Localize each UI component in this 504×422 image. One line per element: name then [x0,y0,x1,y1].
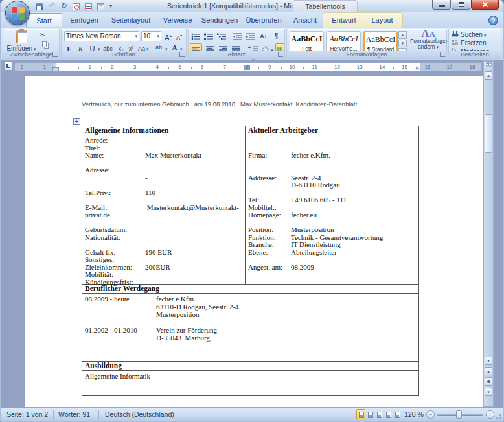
cut-button[interactable]: ✂ [40,31,55,40]
horizontal-ruler[interactable]: 21123456789101112131415161718 [14,62,482,71]
qat-customize-dropdown-icon[interactable]: ▾ [108,3,114,9]
tab-ueberpruefen[interactable]: Überprüfen [242,14,285,28]
sort-button[interactable]: A↓ [257,31,269,41]
tab-sendungen[interactable]: Sendungen [200,14,240,28]
redo-button[interactable] [58,1,69,12]
help-button[interactable]: ? [488,16,498,25]
career-cell[interactable]: 08.2009 - heutefecher e.Kfm..63110-D Rod… [82,294,418,362]
employer-cell[interactable]: Firma:fecher e.Kfm..Addresse:Seestr. 2-4… [246,135,418,284]
fullscreen-reading-view-button[interactable] [365,409,374,419]
vertical-scrollbar[interactable]: ▲ ▼ ▲ ▼ [483,60,494,407]
print-layout-icon [359,412,364,418]
career-header: Beruflicher Werdegang [82,285,159,293]
replace-button[interactable]: Ersetzen [452,40,486,47]
minimize-button[interactable] [432,0,451,10]
resize-grip[interactable] [492,410,501,419]
maximize-icon [459,2,464,7]
tab-entwurf[interactable]: Entwurf [325,14,363,28]
dialog-launcher-icon[interactable] [278,52,283,57]
status-bar: Seite: 1 von 2 Wörter: 91 Deutsch (Deuts… [1,407,503,421]
tab-stop-selector[interactable] [4,62,13,71]
tab-ansicht[interactable]: Ansicht [288,14,323,28]
candidate-table[interactable]: Allgemeine Informationen Aktueller Arbei… [82,126,419,396]
doc-line: - [85,174,242,182]
font-name-select[interactable]: ▾Times New Roman [64,31,139,41]
field-value: 200EUR [145,263,170,271]
ruler-tick [258,67,259,69]
page-indicator[interactable]: Seite: 1 von 2 [6,410,48,418]
show-paragraph-marks-button[interactable]: ¶ [270,31,282,41]
find-button[interactable]: Suchen▾ [452,31,486,39]
print-preview-button[interactable] [71,1,82,12]
save-button[interactable] [34,1,45,12]
tab-layout[interactable]: Layout [365,14,399,28]
dialog-launcher-icon[interactable] [179,52,185,57]
previous-page-button[interactable]: ▲ [485,367,492,375]
dialog-launcher-icon[interactable] [440,52,445,57]
document-area[interactable]: Vertraulich, nur zum internen Gebrauch a… [1,73,503,407]
ruler-tick [168,67,169,69]
general-info-cell[interactable]: Anrede:Titel:Name:Max MusterkontaktAdres… [82,135,246,284]
copy-icon [42,41,47,47]
bullet-list-button[interactable] [190,31,202,41]
increase-indent-button[interactable] [244,31,257,41]
gallery-down-icon[interactable]: ▼ [398,40,407,47]
decrease-indent-button[interactable] [231,31,244,41]
numbered-list-button[interactable] [203,31,215,41]
shrink-font-button[interactable]: A [174,31,184,41]
font-group-label: Schriftart [62,51,186,58]
doc-line: Angest. am:08.2009 [248,264,416,272]
zoom-slider-thumb[interactable] [456,410,462,419]
scroll-up-icon[interactable]: ▲ [485,71,492,80]
close-button[interactable] [471,0,499,10]
career-line [85,318,416,326]
web-layout-view-button[interactable] [374,409,384,419]
ruler-tick [303,67,304,69]
ruler-number: 14 [379,64,385,70]
next-page-button[interactable]: ▼ [485,388,492,396]
email-button[interactable] [95,1,106,12]
font-size-select[interactable]: ▾10 [141,31,161,41]
ruler-tick [214,67,214,69]
multilevel-list-button[interactable] [216,31,228,41]
career-header-row: Beruflicher Werdegang [82,285,418,294]
career-line: 63110-D Rodgau, Seestr. 2-4 [85,303,416,311]
tab-verweise[interactable]: Verweise [158,14,197,28]
tab-einfuegen[interactable]: Einfügen [65,14,104,28]
view-ruler-toggle[interactable] [485,61,492,69]
document-page[interactable]: Vertraulich, nur zum internen Gebrauch a… [25,76,485,407]
dialog-launcher-icon[interactable] [52,52,58,57]
scrollbar-thumb[interactable] [485,114,492,153]
ruler-number: 8 [246,64,248,70]
spelling-button[interactable] [83,1,94,12]
paste-button[interactable]: Einfügen▾ [6,30,36,52]
education-cell[interactable]: Allgemeine Informatik [82,371,418,395]
print-layout-view-button[interactable] [356,409,365,419]
indent-marker[interactable] [52,64,58,71]
doc-line [85,182,242,189]
zoom-out-button[interactable]: − [426,410,435,419]
table-body-row: Anrede:Titel:Name:Max MusterkontaktAdres… [82,135,418,285]
tab-seitenlayout[interactable]: Seitenlayout [106,14,155,28]
tab-start[interactable]: Start [26,13,62,27]
gallery-up-icon[interactable]: ▲ [398,31,407,39]
office-button[interactable] [5,1,30,25]
paragraph-group: A↓ ¶ ▾ ▾ ⊞ Absatz [188,29,285,59]
grow-font-button[interactable]: A [163,31,173,41]
undo-button[interactable] [46,1,57,12]
word-count[interactable]: Wörter: 91 [58,410,90,418]
outline-view-button[interactable] [384,409,393,419]
language-indicator[interactable]: Deutsch (Deutschland) [105,410,174,418]
ruler-tick [326,67,326,69]
maximize-button[interactable] [452,0,470,10]
table-move-handle[interactable]: + [73,118,80,125]
select-browse-object-button[interactable] [485,377,492,386]
web-layout-icon [377,412,382,418]
field-label: Branche: [248,241,291,249]
draft-view-button[interactable] [393,409,402,419]
increase-indent-icon [246,33,255,40]
doc-line: Homepage:fecher.eu [248,211,416,219]
copy-button[interactable] [40,40,55,49]
zoom-level[interactable]: 120 % [404,410,424,418]
scroll-down-icon[interactable]: ▼ [485,357,492,365]
